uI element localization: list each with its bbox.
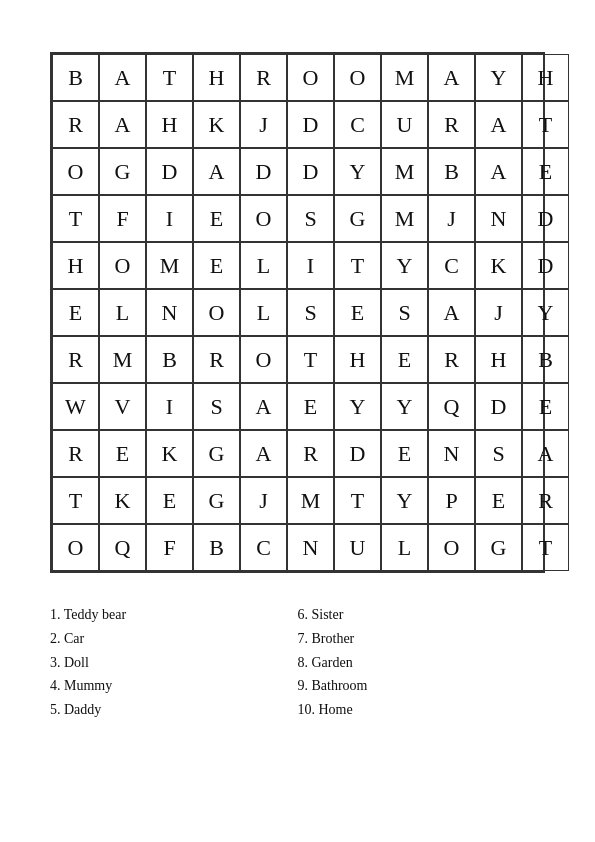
grid-cell: M — [287, 477, 334, 524]
grid-cell: G — [193, 477, 240, 524]
grid-cell: L — [240, 242, 287, 289]
grid-cell: H — [475, 336, 522, 383]
grid-cell: S — [193, 383, 240, 430]
grid-cell: A — [193, 148, 240, 195]
grid-cell: R — [287, 430, 334, 477]
grid-cell: D — [334, 430, 381, 477]
grid-cell: R — [428, 101, 475, 148]
word-col-left: 1. Teddy bear2. Car3. Doll4. Mummy5. Dad… — [50, 603, 298, 722]
grid-cell: D — [146, 148, 193, 195]
grid-cell: K — [146, 430, 193, 477]
grid-cell: K — [99, 477, 146, 524]
grid-cell: E — [287, 383, 334, 430]
grid-cell: Y — [381, 242, 428, 289]
grid-row: REKGARDENSA — [52, 430, 543, 477]
grid-cell: K — [193, 101, 240, 148]
grid-cell: O — [52, 148, 99, 195]
grid-cell: O — [52, 524, 99, 571]
list-item: 9. Bathroom — [298, 674, 546, 698]
grid-cell: I — [146, 195, 193, 242]
grid-cell: E — [193, 195, 240, 242]
grid-cell: M — [381, 148, 428, 195]
grid-cell: L — [240, 289, 287, 336]
grid-row: TFIEOSGMJND — [52, 195, 543, 242]
list-item: 4. Mummy — [50, 674, 298, 698]
grid-cell: G — [99, 148, 146, 195]
grid-cell: Y — [522, 289, 569, 336]
grid-cell: O — [99, 242, 146, 289]
grid-cell: W — [52, 383, 99, 430]
grid-cell: N — [428, 430, 475, 477]
grid-cell: F — [99, 195, 146, 242]
grid-cell: A — [99, 101, 146, 148]
grid-cell: H — [522, 54, 569, 101]
grid-row: HOMELITYCKD — [52, 242, 543, 289]
list-item: 10. Home — [298, 698, 546, 722]
grid-cell: G — [475, 524, 522, 571]
grid-cell: N — [475, 195, 522, 242]
grid-cell: R — [52, 430, 99, 477]
list-item: 6. Sister — [298, 603, 546, 627]
grid-cell: U — [381, 101, 428, 148]
grid-cell: R — [240, 54, 287, 101]
grid-cell: C — [428, 242, 475, 289]
grid-cell: E — [522, 148, 569, 195]
grid-row: WVISAEYYQDE — [52, 383, 543, 430]
grid-cell: C — [240, 524, 287, 571]
grid-cell: Y — [334, 148, 381, 195]
grid-cell: O — [240, 195, 287, 242]
grid-cell: R — [193, 336, 240, 383]
grid-cell: A — [522, 430, 569, 477]
grid-cell: O — [428, 524, 475, 571]
grid-cell: H — [334, 336, 381, 383]
grid-cell: J — [428, 195, 475, 242]
grid-cell: Q — [428, 383, 475, 430]
grid-cell: O — [334, 54, 381, 101]
grid-cell: D — [287, 101, 334, 148]
grid-cell: G — [334, 195, 381, 242]
grid-cell: D — [522, 242, 569, 289]
grid-cell: R — [52, 336, 99, 383]
word-search-grid: BATHROOMAYHRAHKJDCURATOGDADDYMBAETFIEOSG… — [50, 52, 545, 573]
grid-cell: E — [381, 430, 428, 477]
grid-cell: H — [52, 242, 99, 289]
grid-cell: R — [428, 336, 475, 383]
grid-cell: J — [475, 289, 522, 336]
grid-cell: D — [240, 148, 287, 195]
list-item: 5. Daddy — [50, 698, 298, 722]
list-item: 1. Teddy bear — [50, 603, 298, 627]
grid-cell: Q — [99, 524, 146, 571]
list-item: 2. Car — [50, 627, 298, 651]
grid-cell: P — [428, 477, 475, 524]
grid-cell: S — [475, 430, 522, 477]
grid-cell: T — [287, 336, 334, 383]
grid-cell: G — [193, 430, 240, 477]
grid-cell: D — [522, 195, 569, 242]
grid-cell: V — [99, 383, 146, 430]
word-col-right: 6. Sister7. Brother8. Garden9. Bathroom1… — [298, 603, 546, 722]
grid-cell: B — [146, 336, 193, 383]
grid-cell: B — [193, 524, 240, 571]
grid-cell: J — [240, 477, 287, 524]
grid-cell: O — [193, 289, 240, 336]
grid-cell: B — [522, 336, 569, 383]
grid-cell: Y — [334, 383, 381, 430]
grid-cell: O — [287, 54, 334, 101]
grid-cell: T — [522, 524, 569, 571]
grid-cell: E — [146, 477, 193, 524]
grid-cell: I — [146, 383, 193, 430]
grid-cell: N — [146, 289, 193, 336]
grid-cell: A — [99, 54, 146, 101]
grid-cell: E — [475, 477, 522, 524]
grid-cell: A — [428, 289, 475, 336]
grid-cell: F — [146, 524, 193, 571]
grid-cell: T — [146, 54, 193, 101]
grid-row: RMBROTHERHB — [52, 336, 543, 383]
grid-cell: A — [475, 148, 522, 195]
grid-row: TKEGJMTYPER — [52, 477, 543, 524]
grid-cell: C — [334, 101, 381, 148]
grid-cell: H — [146, 101, 193, 148]
grid-row: RAHKJDCURAT — [52, 101, 543, 148]
grid-cell: L — [381, 524, 428, 571]
grid-cell: D — [475, 383, 522, 430]
